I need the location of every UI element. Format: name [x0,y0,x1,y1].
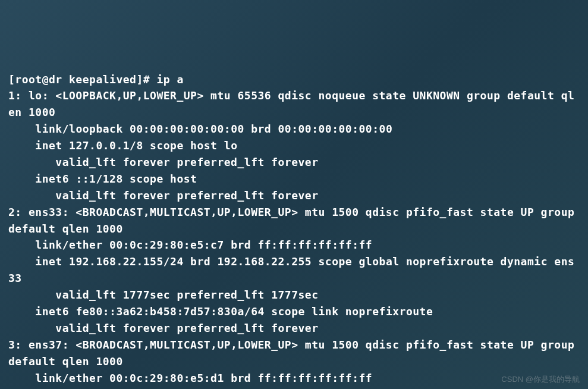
output-line: 1: lo: <LOOPBACK,UP,LOWER_UP> mtu 65536 … [8,89,574,118]
watermark-text: CSDN @你是我的导航 [501,374,580,385]
shell-prompt: [root@dr keepalived]# [8,73,156,86]
output-line: valid_lft 1777sec preferred_lft 1777sec [8,288,319,301]
output-line: 3: ens37: <BROADCAST,MULTICAST,UP,LOWER_… [8,338,581,368]
output-line: valid_lft forever preferred_lft forever [8,322,319,334]
output-line: link/ether 00:0c:29:80:e5:c7 brd ff:ff:f… [8,239,372,251]
output-line: valid_lft forever preferred_lft forever [8,189,319,202]
output-line: link/ether 00:0c:29:80:e5:d1 brd ff:ff:f… [8,372,372,384]
output-line: valid_lft forever preferred_lft forever [8,156,319,168]
terminal-output[interactable]: [root@dr keepalived]# ip a 1: lo: <LOOPB… [8,71,580,389]
output-line: inet 192.168.22.155/24 brd 192.168.22.25… [8,255,574,284]
output-line: inet 127.0.0.1/8 scope host lo [8,139,237,152]
output-line: 2: ens33: <BROADCAST,MULTICAST,UP,LOWER_… [8,206,581,235]
output-line: inet6 fe80::3a62:b458:7d57:830a/64 scope… [8,305,440,318]
output-line: inet6 ::1/128 scope host [8,172,204,185]
shell-command: ip a [156,73,183,86]
output-line: link/loopback 00:00:00:00:00:00 brd 00:0… [8,123,392,135]
